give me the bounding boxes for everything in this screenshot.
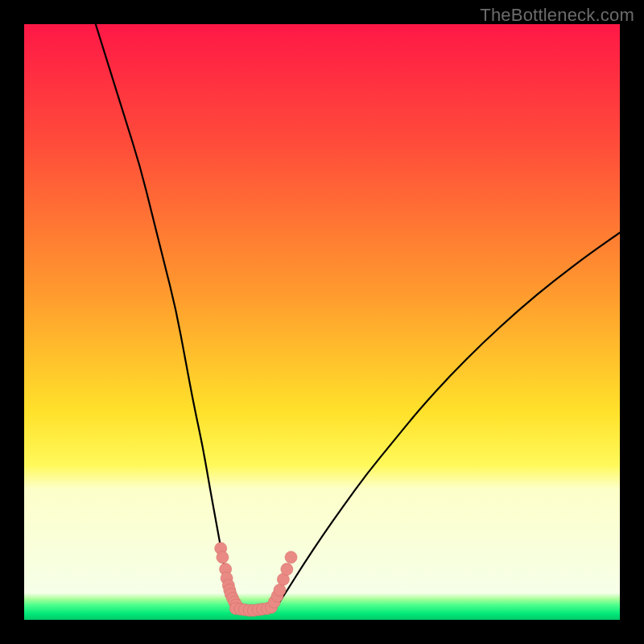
- chart-frame: TheBottleneck.com: [0, 0, 644, 644]
- plot-area: [24, 24, 620, 620]
- background-gradient: [24, 24, 620, 620]
- watermark-text: TheBottleneck.com: [480, 5, 634, 26]
- svg-rect-0: [24, 24, 620, 620]
